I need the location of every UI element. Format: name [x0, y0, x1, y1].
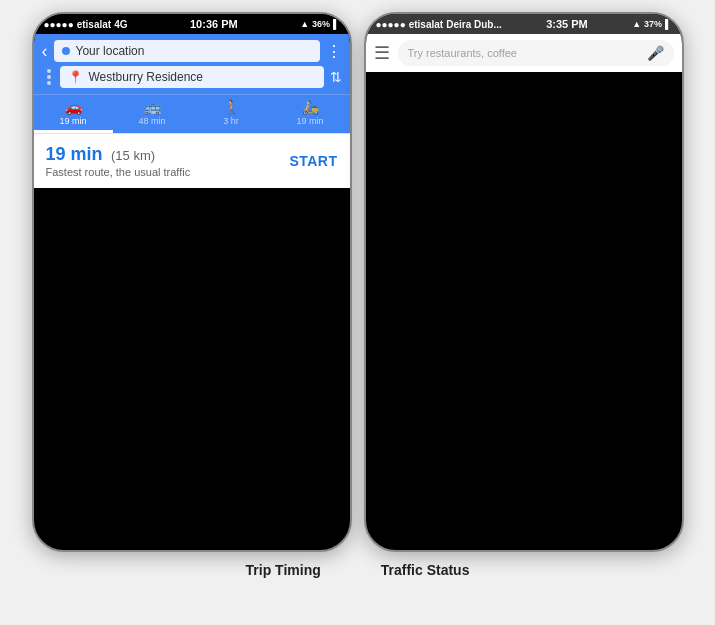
left-phone: ●●●●● etisalat 4G 10:36 PM ▲ 36% ▌ ‹ You… — [32, 12, 352, 552]
right-phone: ●●●●● etisalat Deira Dub... 3:35 PM ▲ 37… — [364, 12, 684, 552]
captions-row: Trip Timing Traffic Status — [0, 552, 715, 586]
search-box[interactable]: Try restaurants, coffee 🎤 — [398, 40, 674, 66]
right-caption: Traffic Status — [381, 562, 470, 578]
carrier-right: ●●●●● etisalat Deira Dub... — [376, 19, 502, 30]
walk-icon: 🚶 — [223, 99, 240, 115]
nav-row-origin: ‹ Your location ⋮ — [42, 40, 342, 62]
tab-bus[interactable]: 🚌 48 min — [113, 95, 192, 133]
origin-text: Your location — [76, 44, 312, 58]
nav-row-dest: 📍 Westburry Residence ⇅ — [42, 66, 342, 88]
bus-icon: 🚌 — [144, 99, 161, 115]
signal-dots: ●●●●● — [44, 19, 74, 30]
origin-dot — [62, 47, 70, 55]
status-bar-left: ●●●●● etisalat 4G 10:36 PM ▲ 36% ▌ — [34, 14, 350, 34]
search-header: ☰ Try restaurants, coffee 🎤 — [366, 34, 682, 72]
start-button[interactable]: START — [289, 153, 337, 169]
battery-left: ▲ 36% ▌ — [300, 19, 339, 29]
tab-bike[interactable]: 🛵 19 min — [271, 95, 350, 133]
destination-text: Westburry Residence — [89, 70, 316, 84]
status-bar-right: ●●●●● etisalat Deira Dub... 3:35 PM ▲ 37… — [366, 14, 682, 34]
bike-time: 19 min — [296, 116, 323, 126]
carrier-left: ●●●●● etisalat 4G — [44, 19, 128, 30]
map-area-left[interactable]: D75 D77 D92 D78 D73 D88 E66 D89 D85 E11 … — [34, 133, 350, 188]
nav-header: ‹ Your location ⋮ 📍 Westburry Residence … — [34, 34, 350, 94]
swap-directions-icon[interactable]: ⇅ — [330, 69, 342, 85]
time-left: 10:36 PM — [190, 18, 238, 30]
back-icon[interactable]: ‹ — [42, 41, 48, 62]
bus-time: 48 min — [138, 116, 165, 126]
vertical-dots — [44, 69, 54, 85]
bottom-panel: 19 min (15 km) Fastest route, the usual … — [34, 133, 350, 188]
search-placeholder: Try restaurants, coffee — [408, 47, 647, 59]
tab-walk[interactable]: 🚶 3 hr — [192, 95, 271, 133]
origin-input-box[interactable]: Your location — [54, 40, 320, 62]
car-time: 19 min — [59, 116, 86, 126]
microphone-icon[interactable]: 🎤 — [647, 45, 664, 61]
trip-info: 19 min (15 km) Fastest route, the usual … — [46, 144, 191, 178]
time-right: 3:35 PM — [546, 18, 588, 30]
bike-icon: 🛵 — [302, 99, 319, 115]
car-icon: 🚗 — [65, 99, 82, 115]
destination-pin-icon: 📍 — [68, 70, 83, 84]
destination-input-box[interactable]: 📍 Westburry Residence — [60, 66, 324, 88]
trip-time: 19 min (15 km) — [46, 144, 191, 165]
tab-car[interactable]: 🚗 19 min — [34, 95, 113, 133]
transport-tabs: 🚗 19 min 🚌 48 min 🚶 3 hr 🛵 19 min — [34, 94, 350, 133]
walk-time: 3 hr — [223, 116, 239, 126]
more-options-icon[interactable]: ⋮ — [326, 42, 342, 61]
battery-right: ▲ 37% ▌ — [632, 19, 671, 29]
hamburger-menu-icon[interactable]: ☰ — [374, 42, 390, 64]
left-caption: Trip Timing — [246, 562, 321, 578]
